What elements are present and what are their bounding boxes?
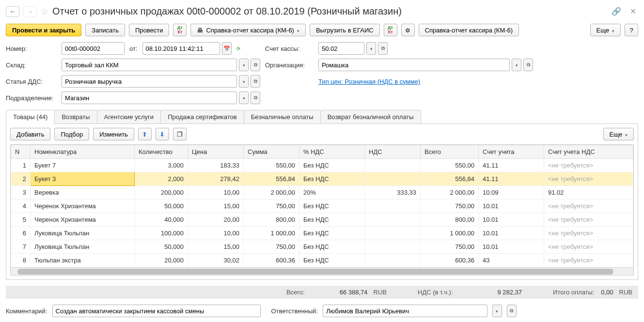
cell-account[interactable]: 41.11 [479, 159, 544, 172]
cell-qty[interactable]: 3,000 [135, 159, 188, 172]
cell-sum[interactable]: 2 000,00 [244, 186, 299, 199]
horizontal-scrollbar[interactable] [11, 267, 633, 275]
km6-report-button-2[interactable]: Справка-отчет кассира (КМ-6) [419, 24, 519, 36]
cell-vat[interactable] [365, 172, 421, 186]
cell-price[interactable]: 20,00 [188, 213, 244, 227]
copy-button[interactable] [173, 128, 187, 140]
cell-qty[interactable]: 20,000 [135, 254, 188, 267]
expand-button[interactable] [378, 42, 388, 55]
dropdown-button[interactable] [366, 42, 376, 55]
cell-n[interactable]: 4 [11, 199, 31, 213]
number-input[interactable] [62, 42, 125, 55]
egais-button[interactable]: Выгрузить в ЕГАИС [310, 24, 380, 36]
cell-total[interactable]: 2 000,00 [421, 186, 479, 199]
price-type-link[interactable]: Тип цен: Розничная (НДС в сумме) [318, 78, 420, 85]
cell-total[interactable]: 750,00 [421, 199, 479, 213]
col-total[interactable]: Всего [421, 145, 479, 159]
cell-qty[interactable]: 2,000 [135, 172, 188, 186]
cell-vat-pct[interactable]: Без НДС [299, 159, 365, 172]
table-row[interactable]: 3 Веревка 200,000 10,00 2 000,00 20% 333… [11, 186, 633, 199]
cell-vat-account[interactable]: <не требуется> [544, 172, 633, 186]
cell-account[interactable]: 43 [479, 254, 544, 267]
cell-vat[interactable] [365, 159, 421, 172]
col-qty[interactable]: Количество [135, 145, 188, 159]
save-button[interactable]: Записать [85, 24, 125, 36]
cell-price[interactable]: 15,00 [188, 240, 244, 254]
dropdown-button[interactable] [239, 92, 249, 104]
tab-returns[interactable]: Возвраты [54, 110, 97, 123]
col-nomenclature[interactable]: Номенклатура [31, 145, 135, 159]
cell-nomenclature[interactable]: Букет 7 [31, 159, 135, 172]
cell-price[interactable]: 278,42 [188, 172, 244, 186]
tab-agent[interactable]: Агентские услуги [97, 110, 161, 123]
cash-account-input[interactable] [318, 42, 364, 55]
cell-n[interactable]: 6 [11, 227, 31, 240]
division-input[interactable] [62, 92, 237, 104]
table-row[interactable]: 1 Букет 7 3,000 183,33 550,00 Без НДС 55… [11, 159, 633, 172]
table-row[interactable]: 5 Черенок Хризантема 40,000 20,00 800,00… [11, 213, 633, 227]
cell-qty[interactable]: 40,000 [135, 213, 188, 227]
cell-vat[interactable] [365, 213, 421, 227]
cell-account[interactable]: 10.01 [479, 199, 544, 213]
dds-input[interactable] [62, 75, 237, 88]
cell-nomenclature[interactable]: Букет 3 [31, 172, 135, 186]
cell-account[interactable]: 41.11 [479, 172, 544, 186]
cell-vat-pct[interactable]: Без НДС [299, 240, 365, 254]
col-sum[interactable]: Сумма [244, 145, 299, 159]
cell-sum[interactable]: 600,36 [244, 254, 299, 267]
cell-n[interactable]: 5 [11, 213, 31, 227]
cell-qty[interactable]: 50,000 [135, 240, 188, 254]
expand-button[interactable] [251, 59, 260, 71]
edit-button[interactable]: Изменить [93, 128, 134, 140]
help-button[interactable]: ? [625, 24, 638, 36]
cell-vat[interactable] [365, 227, 421, 240]
cell-account[interactable]: 10.01 [479, 213, 544, 227]
tab-goods[interactable]: Товары (44) [6, 110, 55, 124]
cell-sum[interactable]: 556,84 [244, 172, 299, 186]
cell-total[interactable]: 550,00 [421, 159, 479, 172]
dropdown-button[interactable] [239, 75, 249, 88]
cell-vat-account[interactable]: <не требуется> [544, 254, 633, 267]
favorite-star-icon[interactable]: ☆ [41, 6, 48, 17]
calendar-button[interactable] [222, 42, 232, 55]
cell-nomenclature[interactable]: Веревка [31, 186, 135, 199]
dropdown-button[interactable] [512, 59, 521, 71]
move-up-button[interactable] [138, 128, 152, 140]
cell-n[interactable]: 1 [11, 159, 31, 172]
cell-price[interactable]: 183,33 [188, 159, 244, 172]
expand-button[interactable] [523, 59, 533, 71]
more-button[interactable]: Еще [590, 24, 621, 36]
table-row[interactable]: 2 Букет 3 2,000 278,42 556,84 Без НДС 55… [11, 172, 633, 186]
cell-sum[interactable]: 750,00 [244, 240, 299, 254]
table-more-button[interactable]: Еще [603, 128, 634, 140]
expand-button[interactable] [251, 92, 260, 104]
cell-sum[interactable]: 550,00 [244, 159, 299, 172]
cell-sum[interactable]: 1 000,00 [244, 227, 299, 240]
cell-total[interactable]: 600,36 [421, 254, 479, 267]
tab-cashless[interactable]: Безналичные оплаты [244, 110, 321, 123]
goods-table[interactable]: N Номенклатура Количество Цена Сумма % Н… [11, 145, 633, 267]
cell-vat-pct[interactable]: Без НДС [299, 213, 365, 227]
dropdown-button[interactable] [492, 305, 502, 317]
cell-price[interactable]: 30,02 [188, 254, 244, 267]
cell-nomenclature[interactable]: Луковица Тюльпан [31, 227, 135, 240]
cell-vat-account[interactable]: 91.02 [544, 186, 633, 199]
date-input[interactable] [142, 42, 220, 55]
km6-report-button[interactable]: Справка-отчет кассира (КМ-6) [190, 24, 306, 36]
dtkt-button[interactable]: ДтКт [173, 24, 187, 36]
cell-vat[interactable] [365, 199, 421, 213]
cell-vat-account[interactable]: <не требуется> [544, 199, 633, 213]
cell-account[interactable]: 10.09 [479, 186, 544, 199]
close-button[interactable]: ✕ [628, 7, 638, 16]
col-n[interactable]: N [11, 145, 31, 159]
cell-vat-pct[interactable]: Без НДС [299, 172, 365, 186]
col-account[interactable]: Счет учета [479, 145, 544, 159]
cell-total[interactable]: 1 000,00 [421, 227, 479, 240]
dropdown-button[interactable] [239, 59, 249, 71]
cell-n[interactable]: 7 [11, 240, 31, 254]
cell-vat[interactable] [365, 254, 421, 267]
cell-total[interactable]: 750,00 [421, 240, 479, 254]
cell-vat-pct[interactable]: Без НДС [299, 199, 365, 213]
expand-button[interactable] [507, 305, 517, 317]
table-row[interactable]: 7 Луковица Тюльпан 50,000 15,00 750,00 Б… [11, 240, 633, 254]
